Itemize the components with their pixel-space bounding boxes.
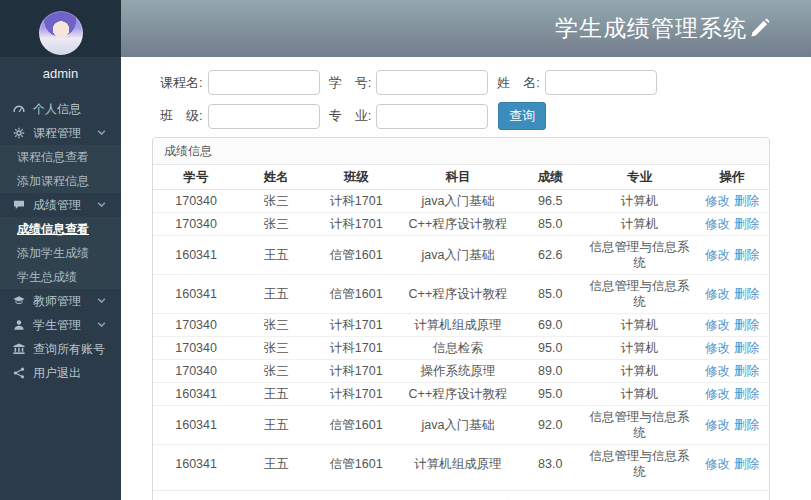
table-row: 170340张三计科1701计算机组成原理69.0计算机修改删除 — [153, 314, 769, 337]
delete-link[interactable]: 删除 — [734, 364, 759, 378]
table-cell: C++程序设计教程 — [399, 213, 516, 236]
table-row: 170340张三计科1701C++程序设计教程85.0计算机修改删除 — [153, 213, 769, 236]
course-name-input[interactable] — [208, 70, 320, 95]
sidebar: admin 个人信息课程管理课程信息查看添加课程信息成绩管理成绩信息查看添加学生… — [0, 0, 121, 500]
table-cell: 89.0 — [516, 360, 584, 383]
edit-link[interactable]: 修改 — [705, 364, 730, 378]
page-title: 学生成绩管理系统 — [555, 13, 770, 44]
user-icon — [13, 319, 26, 331]
table-cell: 92.0 — [516, 406, 584, 445]
pencil-icon — [749, 18, 770, 39]
actions-cell: 修改删除 — [695, 337, 769, 360]
sidebar-item-label: 教师管理 — [33, 293, 81, 310]
table-cell: 信管1601 — [313, 236, 399, 275]
edit-link[interactable]: 修改 — [705, 217, 730, 231]
delete-link[interactable]: 删除 — [734, 418, 759, 432]
edit-link[interactable]: 修改 — [705, 194, 730, 208]
table-cell: 信息管理与信息系统 — [584, 445, 695, 484]
sidebar-item-label: 学生总成绩 — [17, 269, 77, 286]
edit-link[interactable]: 修改 — [705, 248, 730, 262]
table-cell: 计科1701 — [313, 383, 399, 406]
column-header: 姓名 — [239, 165, 313, 190]
table-cell: 170340 — [153, 314, 239, 337]
sidebar-item[interactable]: 学生管理 — [0, 313, 121, 337]
table-cell: 张三 — [239, 337, 313, 360]
actions-cell: 修改删除 — [695, 314, 769, 337]
chevron-down-icon — [97, 319, 106, 331]
name-input[interactable] — [545, 70, 657, 95]
sidebar-item-label: 成绩管理 — [33, 197, 81, 214]
table-cell: 170340 — [153, 337, 239, 360]
sidebar-item[interactable]: 查询所有账号 — [0, 337, 121, 361]
sidebar-item[interactable]: 成绩管理 — [0, 193, 121, 217]
delete-link[interactable]: 删除 — [734, 287, 759, 301]
top-header: 学生成绩管理系统 — [121, 0, 811, 57]
delete-link[interactable]: 删除 — [734, 457, 759, 471]
table-row: 160341王五信管1601计算机组成原理83.0信息管理与信息系统修改删除 — [153, 445, 769, 484]
class-input[interactable] — [208, 104, 320, 129]
delete-link[interactable]: 删除 — [734, 318, 759, 332]
sidebar-item-label: 个人信息 — [33, 101, 81, 118]
student-id-input[interactable] — [376, 70, 488, 95]
query-button[interactable]: 查询 — [498, 102, 546, 130]
table-cell: 信息管理与信息系统 — [584, 406, 695, 445]
sidebar-item[interactable]: 添加学生成绩 — [0, 241, 121, 265]
table-cell: 计算机 — [584, 213, 695, 236]
table-cell: 62.6 — [516, 236, 584, 275]
edit-link[interactable]: 修改 — [705, 457, 730, 471]
bank-icon — [13, 343, 26, 355]
table-cell: 160341 — [153, 406, 239, 445]
table-cell: C++程序设计教程 — [399, 275, 516, 314]
delete-link[interactable]: 删除 — [734, 194, 759, 208]
username: admin — [0, 57, 121, 97]
table-head-row: 学号姓名班级科目成绩专业操作 — [153, 165, 769, 190]
table-cell: java入门基础 — [399, 406, 516, 445]
delete-link[interactable]: 删除 — [734, 217, 759, 231]
sidebar-item[interactable]: 用户退出 — [0, 361, 121, 385]
table-cell: 信息管理与信息系统 — [584, 275, 695, 314]
sidebar-item[interactable]: 添加课程信息 — [0, 169, 121, 193]
column-header: 专业 — [584, 165, 695, 190]
edit-link[interactable]: 修改 — [705, 387, 730, 401]
table-cell: 计科1701 — [313, 213, 399, 236]
sidebar-item[interactable]: 教师管理 — [0, 289, 121, 313]
share-icon — [13, 367, 26, 379]
search-field: 课程名: — [160, 70, 320, 95]
page-title-text: 学生成绩管理系统 — [555, 13, 747, 44]
table-row: 160341王五信管1601java入门基础92.0信息管理与信息系统修改删除 — [153, 406, 769, 445]
sidebar-item[interactable]: 个人信息 — [0, 97, 121, 121]
table-cell: 160341 — [153, 236, 239, 275]
sidebar-item-label: 查询所有账号 — [33, 341, 105, 358]
edit-link[interactable]: 修改 — [705, 418, 730, 432]
search-field: 姓 名: — [497, 70, 657, 95]
table-cell: 83.0 — [516, 445, 584, 484]
table-cell: 85.0 — [516, 275, 584, 314]
table-cell: 计算机 — [584, 314, 695, 337]
edit-link[interactable]: 修改 — [705, 287, 730, 301]
table-row: 160341王五信管1601java入门基础62.6信息管理与信息系统修改删除 — [153, 236, 769, 275]
sidebar-item[interactable]: 课程管理 — [0, 121, 121, 145]
user-avatar — [39, 11, 83, 55]
actions-cell: 修改删除 — [695, 445, 769, 484]
table-cell: 170340 — [153, 213, 239, 236]
delete-link[interactable]: 删除 — [734, 341, 759, 355]
chevron-down-icon — [97, 127, 106, 139]
field-label: 姓 名: — [497, 74, 540, 92]
table-cell: 计科1701 — [313, 190, 399, 213]
delete-link[interactable]: 删除 — [734, 248, 759, 262]
table-cell: 张三 — [239, 314, 313, 337]
column-header: 班级 — [313, 165, 399, 190]
sidebar-item[interactable]: 学生总成绩 — [0, 265, 121, 289]
column-header: 成绩 — [516, 165, 584, 190]
edit-link[interactable]: 修改 — [705, 318, 730, 332]
content-area: 课程名:学 号:姓 名: 班 级:专 业:查询 成绩信息 学号姓名班级科目成绩专… — [121, 57, 811, 500]
sidebar-menu: 个人信息课程管理课程信息查看添加课程信息成绩管理成绩信息查看添加学生成绩学生总成… — [0, 97, 121, 500]
comment-icon — [13, 199, 26, 211]
table-row: 160341王五计科1701C++程序设计教程95.0计算机修改删除 — [153, 383, 769, 406]
delete-link[interactable]: 删除 — [734, 387, 759, 401]
table-cell: 160341 — [153, 445, 239, 484]
sidebar-item[interactable]: 课程信息查看 — [0, 145, 121, 169]
edit-link[interactable]: 修改 — [705, 341, 730, 355]
major-input[interactable] — [376, 104, 488, 129]
sidebar-item[interactable]: 成绩信息查看 — [0, 217, 121, 241]
